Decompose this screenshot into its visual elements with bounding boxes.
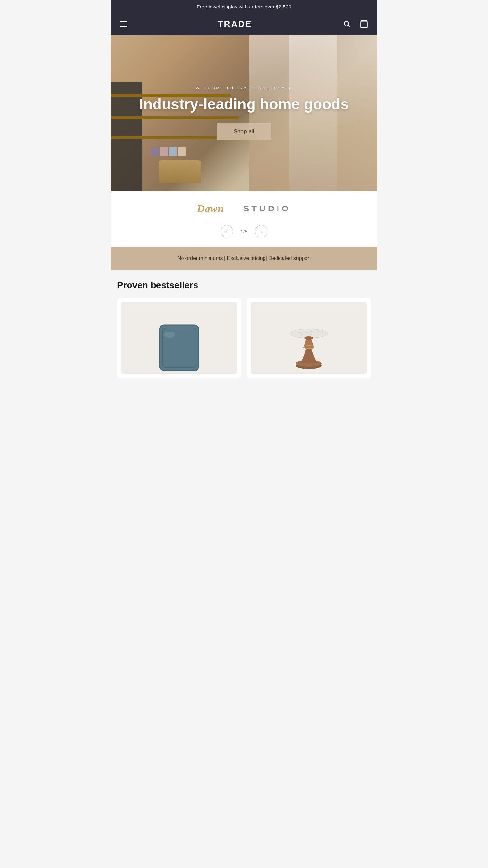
cart-icon bbox=[360, 20, 368, 28]
fold-item bbox=[169, 147, 177, 156]
header: TRADE bbox=[111, 13, 377, 35]
products-grid bbox=[117, 298, 371, 378]
prev-arrow-icon: ‹ bbox=[226, 228, 227, 234]
carousel-controls: ‹ 1/5 › bbox=[111, 221, 377, 247]
hero-folded-items bbox=[151, 147, 186, 156]
pillow-visual bbox=[153, 312, 205, 374]
announcement-bar: Free towel display with orders over $2,5… bbox=[111, 0, 377, 13]
benefits-text: No order minimums | Exclusive pricing| D… bbox=[117, 254, 371, 262]
hero-basket bbox=[159, 160, 201, 183]
svg-rect-3 bbox=[160, 325, 199, 371]
carousel-indicator: 1/5 bbox=[241, 229, 248, 234]
fold-item bbox=[151, 147, 158, 156]
fold-item bbox=[160, 147, 167, 156]
svg-point-12 bbox=[304, 336, 313, 340]
product-image-table bbox=[250, 302, 367, 374]
products-section: Proven bestsellers bbox=[111, 270, 377, 384]
brands-section: Dawn STUDIO bbox=[111, 191, 377, 221]
header-icons bbox=[342, 19, 370, 30]
cart-button[interactable] bbox=[359, 19, 370, 30]
search-icon bbox=[343, 20, 351, 28]
product-card-pillow[interactable] bbox=[117, 298, 241, 378]
pillow-svg bbox=[155, 315, 204, 374]
brand-dawn[interactable]: Dawn bbox=[197, 203, 224, 215]
hero-subtitle: WELCOME TO TRADE WHOLESALE bbox=[139, 86, 349, 90]
table-visual bbox=[283, 312, 335, 374]
products-section-title: Proven bestsellers bbox=[117, 280, 371, 290]
menu-icon bbox=[120, 22, 127, 27]
svg-line-1 bbox=[348, 26, 350, 27]
table-svg bbox=[284, 315, 333, 374]
svg-point-5 bbox=[164, 332, 175, 338]
product-card-table[interactable] bbox=[247, 298, 371, 378]
hero-content: WELCOME TO TRADE WHOLESALE Industry-lead… bbox=[129, 86, 359, 140]
carousel-next-button[interactable]: › bbox=[255, 225, 268, 238]
benefits-bar: No order minimums | Exclusive pricing| D… bbox=[111, 247, 377, 270]
carousel-prev-button[interactable]: ‹ bbox=[220, 225, 233, 238]
hero-section: WELCOME TO TRADE WHOLESALE Industry-lead… bbox=[111, 35, 377, 191]
search-button[interactable] bbox=[342, 19, 352, 29]
fold-item bbox=[178, 147, 186, 156]
brand-studio[interactable]: STUDIO bbox=[243, 204, 291, 214]
svg-point-0 bbox=[344, 22, 349, 26]
shop-all-button[interactable]: Shop all bbox=[217, 123, 271, 140]
menu-button[interactable] bbox=[118, 20, 128, 28]
product-image-pillow bbox=[121, 302, 238, 374]
next-arrow-icon: › bbox=[261, 228, 262, 234]
announcement-text: Free towel display with orders over $2,5… bbox=[197, 4, 291, 9]
site-logo: TRADE bbox=[218, 19, 252, 29]
hero-title: Industry-leading home goods bbox=[139, 96, 349, 113]
